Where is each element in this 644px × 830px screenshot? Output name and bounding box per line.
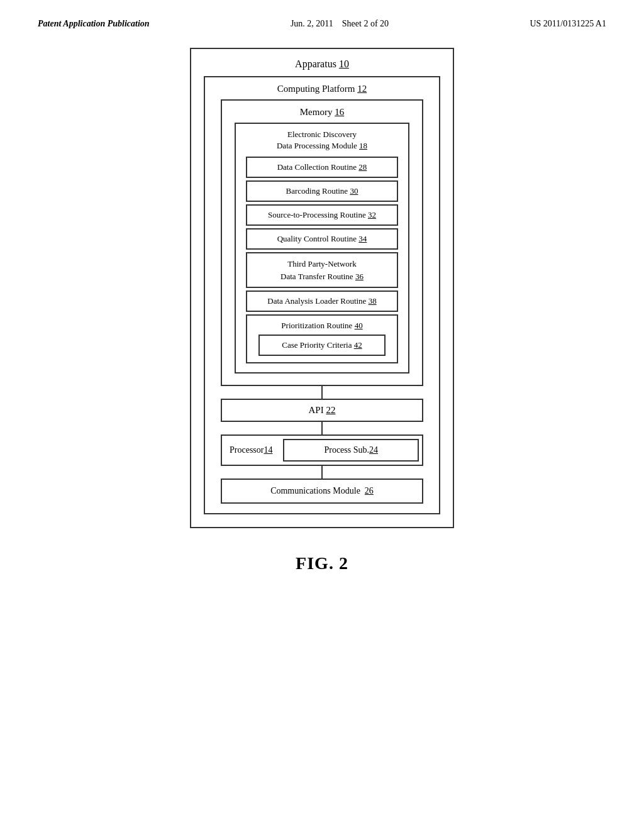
connector-1 [321,386,323,399]
api-number: 22 [326,405,335,415]
apparatus-number: 10 [339,58,349,69]
comms-box: Communications Module 26 [221,479,423,504]
process-sub-box: Process Sub. 24 [283,439,419,462]
routine-box-5: Third Party-NetworkData Transfer Routine… [246,252,398,288]
memory-number: 16 [335,107,344,117]
routine-box-1: Data Collection Routine 28 [246,157,398,178]
prioritization-label: Prioritization Routine 40 [253,321,391,331]
case-priority-box: Case Priority Criteria 42 [258,335,386,356]
routine-box-6: Data Analysis Loader Routine 38 [246,290,398,312]
page-header: Patent Application Publication Jun. 2, 2… [0,0,644,35]
memory-box: Memory 16 Electronic Discovery Data Proc… [221,99,423,386]
main-content: Apparatus 10 Computing Platform 12 Memor… [0,35,644,586]
diagram-container: Apparatus 10 Computing Platform 12 Memor… [190,48,454,528]
routine-box-2: Barcoding Routine 30 [246,180,398,202]
computing-platform-number: 12 [357,84,367,94]
processor-row: Processor 14 Process Sub. 24 [221,434,423,466]
connector-3 [321,466,323,479]
computing-platform-label: Computing Platform 12 [214,84,430,94]
publication-date-sheet: Jun. 2, 2011 Sheet 2 of 20 [291,19,389,29]
routine-box-4: Quality Control Routine 34 [246,228,398,250]
prioritization-box: Prioritization Routine 40 Case Priority … [246,314,398,363]
routine-box-3: Source-to-Processing Routine 32 [246,204,398,226]
case-priority-number: 42 [354,340,362,350]
memory-label: Memory 16 [230,107,414,118]
processor-number: 14 [264,445,272,455]
computing-platform-box: Computing Platform 12 Memory 16 Electron… [204,76,440,514]
publication-type: Patent Application Publication [38,19,150,29]
edpm-box: Electronic Discovery Data Processing Mod… [235,123,409,374]
apparatus-label: Apparatus 10 [204,58,440,70]
fig-label: FIG. 2 [296,553,348,573]
edpm-label: Electronic Discovery Data Processing Mod… [242,129,402,152]
connector-2 [321,422,323,434]
comms-number: 26 [365,486,374,495]
api-box: API 22 [221,399,423,422]
patent-number: US 2011/0131225 A1 [530,19,606,29]
processor-label: Processor 14 [222,436,280,465]
prioritization-number: 40 [355,321,363,330]
edpm-number: 18 [359,141,367,150]
process-sub-number: 24 [369,445,378,455]
